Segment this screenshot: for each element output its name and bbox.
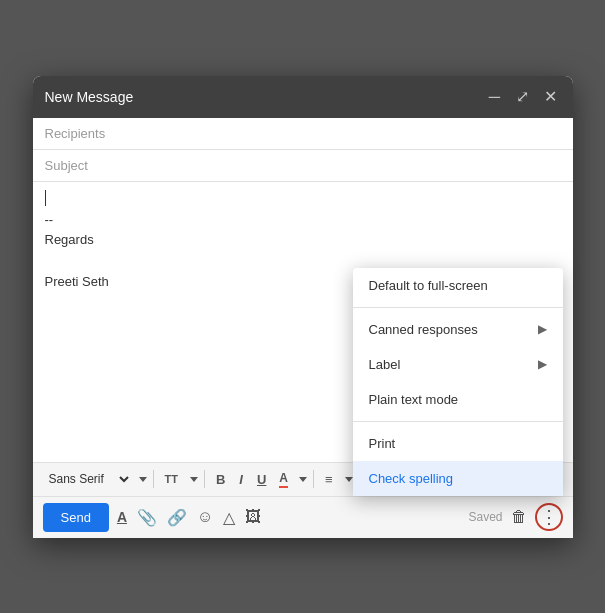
menu-item-fullscreen[interactable]: Default to full-screen [353, 268, 563, 303]
font-color-chevron [299, 477, 307, 482]
menu-divider-1 [353, 307, 563, 308]
underline-button[interactable]: U [252, 469, 271, 490]
emoji-icon[interactable]: ☺ [197, 508, 213, 526]
text-cursor [45, 190, 46, 206]
link-icon[interactable]: 🔗 [167, 508, 187, 527]
toolbar-separator-1 [153, 470, 154, 488]
expand-icon[interactable]: ⤢ [513, 87, 533, 106]
menu-item-spellcheck[interactable]: Check spelling [353, 461, 563, 496]
menu-divider-2 [353, 421, 563, 422]
saved-status: Saved [468, 510, 502, 524]
toolbar-separator-3 [313, 470, 314, 488]
italic-button[interactable]: I [234, 469, 248, 490]
menu-item-canned[interactable]: Canned responses ▶ [353, 312, 563, 347]
dropdown-menu: Default to full-screen Canned responses … [353, 268, 563, 496]
format-icon[interactable]: A [117, 509, 127, 525]
toolbar-separator-2 [204, 470, 205, 488]
menu-item-spellcheck-label: Check spelling [369, 471, 454, 486]
font-family-chevron [139, 477, 147, 482]
align-chevron [345, 477, 353, 482]
menu-item-label[interactable]: Label ▶ [353, 347, 563, 382]
bottom-right: Saved 🗑 ⋮ [468, 503, 562, 531]
subject-input[interactable] [45, 158, 561, 173]
signature-separator: -- [45, 210, 561, 231]
recipients-field [33, 118, 573, 150]
menu-item-print-label: Print [369, 436, 396, 451]
menu-item-print[interactable]: Print [353, 426, 563, 461]
subject-field [33, 150, 573, 182]
font-color-bar [279, 486, 288, 488]
photo-icon[interactable]: 🖼 [245, 508, 261, 526]
label-arrow: ▶ [538, 357, 547, 371]
align-button[interactable]: ≡ [320, 469, 338, 490]
drive-icon[interactable]: △ [223, 508, 235, 527]
menu-item-canned-label: Canned responses [369, 322, 478, 337]
trash-icon[interactable]: 🗑 [511, 508, 527, 526]
font-family-select[interactable]: Sans Serif Serif Monospace [41, 469, 132, 489]
more-options-button[interactable]: ⋮ [535, 503, 563, 531]
close-icon[interactable]: ✕ [541, 87, 561, 106]
menu-item-plaintext[interactable]: Plain text mode [353, 382, 563, 417]
font-color-label: A [279, 471, 288, 485]
menu-item-fullscreen-label: Default to full-screen [369, 278, 488, 293]
compose-title: New Message [45, 89, 134, 105]
header-actions: ─ ⤢ ✕ [485, 87, 561, 106]
font-size-button[interactable]: TT [160, 470, 183, 488]
cursor-line [45, 190, 561, 206]
font-color-button[interactable]: A [275, 469, 292, 490]
compose-window: New Message ─ ⤢ ✕ -- Regards Preeti Seth… [33, 76, 573, 538]
attach-icon[interactable]: 📎 [137, 508, 157, 527]
bold-button[interactable]: B [211, 469, 230, 490]
bottom-bar: Send A 📎 🔗 ☺ △ 🖼 Saved 🗑 ⋮ [33, 496, 573, 538]
canned-arrow: ▶ [538, 322, 547, 336]
menu-item-label-label: Label [369, 357, 401, 372]
minimize-icon[interactable]: ─ [485, 88, 505, 106]
send-button[interactable]: Send [43, 503, 109, 532]
menu-item-plaintext-label: Plain text mode [369, 392, 459, 407]
signature-regards: Regards [45, 230, 561, 251]
recipients-input[interactable] [45, 126, 561, 141]
font-size-chevron [190, 477, 198, 482]
compose-header: New Message ─ ⤢ ✕ [33, 76, 573, 118]
bottom-icons: A 📎 🔗 ☺ △ 🖼 [117, 508, 461, 527]
